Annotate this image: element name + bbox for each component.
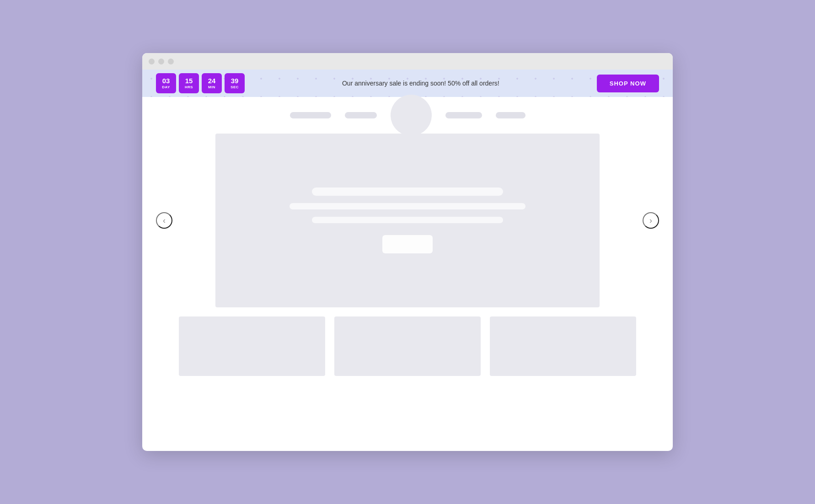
nav-item-4	[496, 112, 525, 118]
announcement-bar: 03 DAY 15 HRS 24 MIN 39 SEC Our annivers…	[142, 70, 673, 97]
nav-skeleton	[142, 97, 673, 134]
card-2	[334, 316, 481, 376]
countdown-minutes-label: MIN	[208, 85, 215, 89]
card-3	[490, 316, 636, 376]
countdown-minutes: 24 MIN	[202, 73, 222, 93]
page-content: ‹ ›	[142, 97, 673, 394]
countdown-days: 03 DAY	[156, 73, 176, 93]
countdown-hours-value: 15	[185, 77, 193, 84]
carousel-next-button[interactable]: ›	[643, 212, 659, 229]
nav-item-1	[290, 112, 331, 118]
carousel-prev-button[interactable]: ‹	[156, 212, 172, 229]
countdown-seconds: 39 SEC	[225, 73, 245, 93]
traffic-light-maximize[interactable]	[168, 59, 174, 64]
hero-cta-skeleton	[382, 235, 433, 253]
hero-title-skeleton	[312, 188, 503, 196]
countdown-seconds-value: 39	[231, 77, 239, 84]
countdown-seconds-label: SEC	[231, 85, 239, 89]
traffic-light-close[interactable]	[149, 59, 155, 64]
shop-now-button[interactable]: SHOP NOW	[597, 75, 659, 92]
countdown-group: 03 DAY 15 HRS 24 MIN 39 SEC	[156, 73, 245, 93]
browser-window: 03 DAY 15 HRS 24 MIN 39 SEC Our annivers…	[142, 53, 673, 451]
hero-subtitle-1-skeleton	[290, 203, 526, 209]
nav-item-2	[345, 112, 377, 118]
hero-subtitle-2-skeleton	[312, 217, 503, 223]
nav-item-3	[445, 112, 482, 118]
countdown-minutes-value: 24	[208, 77, 216, 84]
countdown-days-value: 03	[162, 77, 170, 84]
countdown-days-label: DAY	[162, 85, 170, 89]
browser-chrome	[142, 53, 673, 70]
hero-section	[215, 134, 600, 307]
nav-logo-circle	[391, 95, 432, 136]
countdown-hours: 15 HRS	[179, 73, 199, 93]
hero-wrapper: ‹ ›	[179, 134, 636, 307]
nav-items	[161, 95, 654, 136]
traffic-light-minimize[interactable]	[158, 59, 164, 64]
card-1	[179, 316, 325, 376]
card-grid	[142, 307, 673, 394]
countdown-hours-label: HRS	[185, 85, 193, 89]
announcement-message: Our anniversary sale is ending soon! 50%…	[342, 80, 499, 87]
